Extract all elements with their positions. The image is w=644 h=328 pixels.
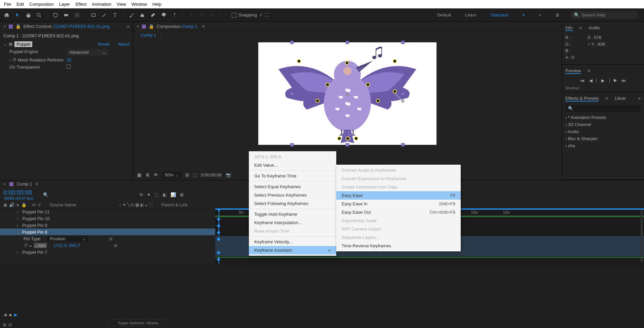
ep-item[interactable]: › Audio — [565, 128, 641, 135]
draft3d-icon[interactable]: ✦ — [147, 192, 151, 197]
ep-search-box[interactable]: 🔍 — [565, 105, 641, 112]
workspace-learn[interactable]: Learn — [463, 11, 478, 19]
ctx2-easy-ease-out[interactable]: Easy Ease OutCtrl+Shift+F9 — [336, 208, 461, 216]
ctx2-easy-ease[interactable]: Easy EaseF9 — [336, 191, 461, 200]
region-icon[interactable]: ⬚ — [193, 172, 197, 177]
add-kf-icon[interactable]: ◆ — [9, 312, 12, 317]
composition-tab-label[interactable]: Composition Comp 1 — [157, 24, 197, 29]
index-col[interactable]: # — [38, 202, 41, 207]
pin-type-dropdown[interactable]: Position⌄ — [47, 236, 88, 242]
parent-link-col[interactable]: Parent & Link — [161, 202, 188, 207]
info-tab[interactable]: Info — [565, 25, 573, 31]
prev-frame-icon[interactable]: ◀⎹ — [589, 78, 597, 83]
menu-animation[interactable]: Animation — [89, 1, 114, 8]
timeline-tab-label[interactable]: Comp 1 — [17, 181, 32, 187]
settings-icon[interactable]: ⊞ — [554, 11, 561, 19]
audio-tab[interactable]: Audio — [589, 25, 600, 31]
preview-tab[interactable]: Preview — [565, 68, 581, 74]
expression-pickwhip-icon[interactable]: ⊚ — [109, 236, 113, 241]
resolution-icon[interactable]: ⊞ — [185, 172, 189, 177]
timecode-display[interactable]: 0:00:00:00 — [201, 172, 222, 177]
position-value[interactable]: 1721.0 ,843.7 — [53, 243, 80, 248]
mesh-rotation-value[interactable]: 20 — [67, 57, 71, 63]
search-help[interactable]: 🔍 — [571, 11, 638, 19]
home-icon[interactable] — [3, 11, 11, 19]
preview-menu-icon[interactable]: ≡ — [588, 68, 590, 74]
libraries-tab[interactable]: Librar — [615, 96, 626, 101]
keyframe-icon[interactable] — [217, 217, 220, 221]
menu-edit[interactable]: Edit — [14, 1, 27, 8]
motion-blur-icon[interactable]: ◐ — [163, 192, 166, 197]
snap-collapse-icon[interactable]: ⛶ — [265, 12, 269, 17]
timeline-pin-row[interactable]: ›Puppet Pin 10 — [0, 215, 215, 222]
reset-link[interactable]: Reset — [98, 42, 109, 47]
menu-composition[interactable]: Composition — [27, 1, 56, 8]
stopwatch-icon[interactable]: ⏱ — [24, 243, 28, 248]
effect-controls-tab-label[interactable]: Effect Controls 222567-P1REE5-922-01.png — [24, 24, 110, 29]
prev-kf-icon[interactable]: ◀ — [3, 312, 7, 317]
keyframe-nav-icon[interactable]: ⬥ — [29, 243, 32, 248]
toggle-mask-icon[interactable]: 👁 — [154, 172, 158, 177]
effects-presets-tab[interactable]: Effects & Presets — [565, 96, 599, 101]
snap-edge-icon[interactable]: ⤢ — [259, 12, 263, 17]
eraser-tool-icon[interactable] — [149, 11, 157, 19]
axis-world-icon[interactable]: ⊹ — [198, 11, 206, 19]
lock-col-icon[interactable]: 🔒 — [21, 202, 27, 207]
toggle-icon[interactable]: ⊞ — [3, 322, 6, 327]
menu-effect[interactable]: Effect — [73, 1, 89, 8]
visibility-col-icon[interactable]: ◉ — [3, 202, 7, 207]
ctx-goto-kf-time[interactable]: Go To Keyframe Time — [249, 172, 336, 180]
camera-tool-icon[interactable] — [62, 11, 70, 19]
ep-item[interactable]: › * Animation Presets — [565, 114, 641, 121]
axis-local-icon[interactable]: ⊹ — [187, 11, 195, 19]
workspace-overflow-icon[interactable]: » — [537, 11, 543, 19]
axis-view-icon[interactable]: ⊹ — [209, 11, 217, 19]
rotate-tool-icon[interactable] — [51, 11, 60, 19]
keyframe-icon[interactable] — [217, 231, 220, 234]
snapshot-icon[interactable]: 📷 — [226, 172, 231, 177]
collapse-icon[interactable]: ⌄ — [3, 42, 7, 47]
toggle-transparency-icon[interactable]: 🖥 — [145, 172, 150, 177]
type-tool-icon[interactable]: T — [111, 11, 119, 19]
timeline-menu-icon[interactable]: ≡ — [35, 181, 38, 187]
current-time[interactable]: 0:00:00:00 — [3, 189, 33, 196]
first-frame-icon[interactable]: ⏮ — [580, 78, 584, 83]
ep-item[interactable]: › cha — [565, 142, 641, 149]
menu-file[interactable]: File — [1, 1, 14, 8]
fx-badge[interactable]: fx — [9, 42, 12, 47]
next-kf-icon[interactable]: ▶ — [14, 312, 17, 317]
toggle-alpha-icon[interactable]: ▦ — [137, 172, 141, 177]
ctx-kf-velocity[interactable]: Keyframe Velocity... — [249, 238, 336, 246]
menu-layer[interactable]: Layer — [56, 1, 73, 8]
label-col-icon[interactable]: 🏷 — [32, 202, 36, 207]
source-name-col[interactable]: Source Name — [49, 202, 76, 207]
last-frame-icon[interactable]: ⏭ — [621, 78, 626, 83]
graph-editor-icon[interactable]: 📊 — [171, 192, 176, 197]
next-frame-icon[interactable]: ⎸▶ — [609, 78, 617, 83]
info-menu-icon[interactable]: ≡ — [579, 25, 582, 31]
ctx-toggle-hold[interactable]: Toggle Hold Keyframe — [249, 210, 336, 218]
menu-window[interactable]: Window — [129, 1, 150, 8]
ctx-select-follow[interactable]: Select Following Keyframes — [249, 199, 336, 208]
ctx-kf-assistant[interactable]: Keyframe Assistant▸ — [249, 246, 336, 254]
workspace-menu-icon[interactable]: ≡ — [520, 11, 527, 19]
lock-icon[interactable]: 🔒 — [15, 24, 21, 29]
timeline-search-icon[interactable]: 🔍 — [43, 192, 48, 197]
toggle-icon[interactable]: ⊟ — [8, 322, 12, 327]
ep-item[interactable]: › Blur & Sharpen — [565, 135, 641, 142]
rectangle-tool-icon[interactable] — [89, 11, 98, 19]
brush-tool-icon[interactable] — [127, 11, 136, 19]
timeline-pin-row[interactable]: ›Puppet Pin 7 — [0, 249, 215, 255]
ctx-select-prev[interactable]: Select Previous Keyframes — [249, 191, 336, 199]
about-link[interactable]: About — [118, 42, 129, 47]
timeline-pin-row[interactable]: ›Puppet Pin 9 — [0, 222, 215, 229]
keyframe-icon[interactable] — [217, 224, 220, 228]
frame-blend-icon[interactable]: ⬚ — [155, 192, 159, 197]
puppet-engine-dropdown[interactable]: Advanced⌄ — [67, 49, 109, 55]
keyframe-icon[interactable] — [217, 237, 220, 241]
keyframe-icon[interactable] — [217, 251, 220, 254]
snapping-checkbox[interactable] — [232, 13, 236, 17]
ctx2-time-reverse[interactable]: Time-Reverse Keyframes — [336, 242, 461, 250]
ep-menu-icon[interactable]: ≡ — [605, 96, 608, 101]
brainstorm-icon[interactable]: ⊞ — [180, 192, 184, 197]
